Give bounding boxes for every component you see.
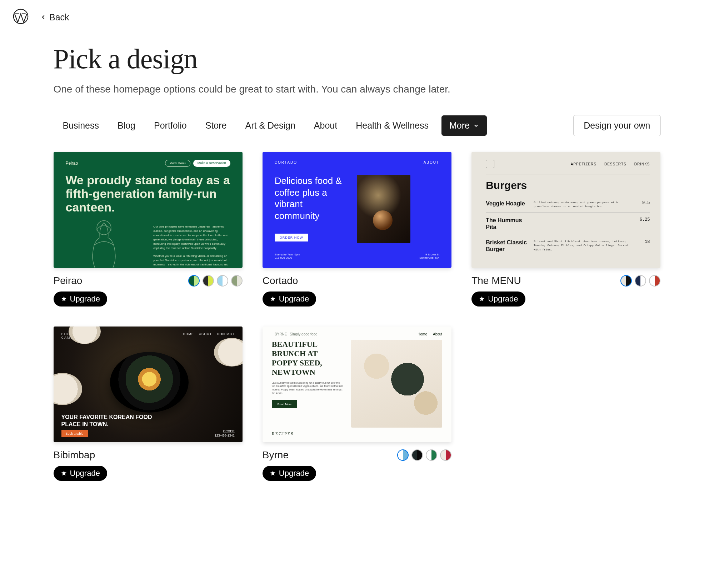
template-thumbnail[interactable]: BYRNESimply good food Home About BEAUTIF… — [263, 327, 451, 443]
color-swatch[interactable] — [231, 275, 243, 286]
template-card-bibimbap: BIBIMBAP CAMBRIDGE, MA HOME ABOUT CONTAC… — [54, 327, 243, 481]
color-swatches — [188, 275, 243, 286]
color-swatch[interactable] — [217, 275, 228, 286]
preview-hero: Delicious food & coffee plus a vibrant c… — [275, 175, 346, 221]
color-swatch[interactable] — [203, 275, 214, 286]
preview-nav: Home About — [418, 332, 442, 336]
template-thumbnail[interactable]: CORTADO ABOUT Delicious food & coffee pl… — [263, 152, 451, 268]
upgrade-label: Upgrade — [279, 469, 309, 478]
preview-nav-link: DESSERTS — [604, 162, 626, 166]
preview-button: Book a table — [61, 430, 88, 437]
color-swatch[interactable] — [411, 449, 423, 461]
preview-button: Read More — [272, 400, 298, 408]
back-button[interactable]: Back — [40, 12, 69, 23]
preview-brand: Peirao — [66, 161, 78, 166]
menu-item-name: Veggie Hoagie — [486, 200, 529, 207]
category-tab[interactable]: Art & Design — [236, 115, 304, 136]
preview-footer-text: Everyday 7am–6pm 011 000 0000 — [275, 253, 300, 259]
color-swatch[interactable] — [649, 275, 660, 286]
design-your-own-button[interactable]: Design your own — [573, 115, 660, 136]
category-tab[interactable]: Business — [54, 115, 108, 136]
color-swatch[interactable] — [440, 449, 451, 461]
preview-paragraph: Our core principles have remained unalte… — [153, 225, 230, 250]
template-card-byrne: BYRNESimply good food Home About BEAUTIF… — [263, 327, 451, 481]
upgrade-badge[interactable]: Upgrade — [54, 466, 107, 481]
upgrade-badge[interactable]: Upgrade — [263, 291, 316, 307]
template-name: Byrne — [263, 449, 289, 461]
template-name: Peirao — [54, 275, 83, 286]
menu-item-desc: Brisket and Short Rib blend. American ch… — [534, 239, 632, 251]
category-more-button[interactable]: More — [441, 115, 487, 136]
template-thumbnail[interactable]: Peirao View Menu Make a Reservation We p… — [54, 152, 243, 268]
page-title: Pick a design — [54, 43, 661, 75]
preview-image — [357, 175, 410, 243]
star-icon — [479, 296, 485, 302]
color-swatch[interactable] — [620, 275, 632, 286]
preview-button: ORDER NOW — [275, 234, 308, 241]
chevron-left-icon — [40, 14, 46, 20]
template-name: Bibimbap — [54, 449, 95, 461]
color-swatch[interactable] — [426, 449, 437, 461]
color-swatch[interactable] — [397, 449, 409, 461]
menu-item-price: 6.25 — [637, 217, 650, 222]
category-tab[interactable]: Portfolio — [145, 115, 196, 136]
preview-illustration — [66, 218, 143, 268]
color-swatches — [620, 275, 660, 286]
preview-hero: BEAUTIFUL BRUNCH AT POPPY SEED, NEWTOWN — [272, 340, 343, 377]
template-thumbnail[interactable]: BIBIMBAP CAMBRIDGE, MA HOME ABOUT CONTAC… — [54, 327, 243, 443]
category-tab[interactable]: Health & Wellness — [346, 115, 438, 136]
upgrade-badge[interactable]: Upgrade — [263, 466, 316, 481]
preview-footer-text: 9 Brown St Sunnerville, MX — [419, 253, 439, 259]
category-tabs: Business Blog Portfolio Store Art & Desi… — [54, 115, 487, 136]
category-tab[interactable]: Blog — [108, 115, 145, 136]
preview-pill: Make a Reservation — [193, 160, 230, 167]
upgrade-label: Upgrade — [70, 294, 100, 304]
preview-contact: ORDER 123-456-1341 — [215, 429, 235, 437]
upgrade-label: Upgrade — [70, 469, 100, 478]
star-icon — [61, 470, 67, 477]
star-icon — [270, 470, 276, 477]
menu-item-desc: Grilled onions, mushrooms, and green pep… — [534, 200, 632, 208]
preview-heading: Burgers — [486, 179, 650, 191]
back-label: Back — [49, 12, 69, 23]
preview-paragraph: Last Sunday we went out looking for a cl… — [272, 381, 343, 395]
preview-footer-text: RECIPES — [272, 431, 442, 437]
template-name: The MENU — [471, 275, 521, 286]
category-tab[interactable]: Store — [196, 115, 236, 136]
preview-nav-link: APPETIZERS — [571, 162, 596, 166]
preview-image — [69, 327, 101, 344]
color-swatches — [397, 449, 451, 461]
preview-nav: ABOUT — [424, 160, 439, 164]
template-card-peirao: Peirao View Menu Make a Reservation We p… — [54, 152, 243, 307]
preview-image — [351, 340, 442, 428]
preview-pill: View Menu — [165, 160, 190, 167]
menu-item-price: 9.5 — [637, 200, 650, 205]
menu-icon — [486, 160, 494, 168]
template-card-the-menu: APPETIZERS DESSERTS DRINKS Burgers Veggi… — [471, 152, 660, 307]
menu-item-name: Brisket Classic Burger — [486, 239, 529, 253]
template-thumbnail[interactable]: APPETIZERS DESSERTS DRINKS Burgers Veggi… — [471, 152, 660, 268]
star-icon — [61, 296, 67, 302]
preview-hero: YOUR FAVORITE KOREAN FOOD PLACE IN TOWN. — [61, 414, 154, 428]
upgrade-label: Upgrade — [279, 294, 309, 304]
preview-paragraph: Whether you're a local, a returning visi… — [153, 254, 230, 268]
upgrade-label: Upgrade — [488, 294, 518, 304]
color-swatch[interactable] — [188, 275, 200, 286]
chevron-down-icon — [473, 123, 479, 129]
preview-nav: HOME ABOUT CONTACT — [183, 332, 235, 336]
preview-image — [54, 373, 82, 405]
preview-image — [110, 352, 189, 413]
preview-brand: BYRNESimply good food — [272, 332, 318, 336]
template-card-cortado: CORTADO ABOUT Delicious food & coffee pl… — [263, 152, 451, 307]
menu-item-price: 18 — [637, 239, 650, 244]
category-tab[interactable]: About — [305, 115, 346, 136]
preview-image — [214, 338, 243, 367]
upgrade-badge[interactable]: Upgrade — [471, 291, 525, 307]
upgrade-badge[interactable]: Upgrade — [54, 291, 107, 307]
more-label: More — [449, 120, 470, 131]
preview-brand: CORTADO — [275, 160, 297, 164]
preview-hero: We proudly stand today as a fifth-genera… — [66, 173, 230, 214]
color-swatch[interactable] — [635, 275, 646, 286]
star-icon — [270, 296, 276, 302]
preview-nav-link: DRINKS — [634, 162, 650, 166]
